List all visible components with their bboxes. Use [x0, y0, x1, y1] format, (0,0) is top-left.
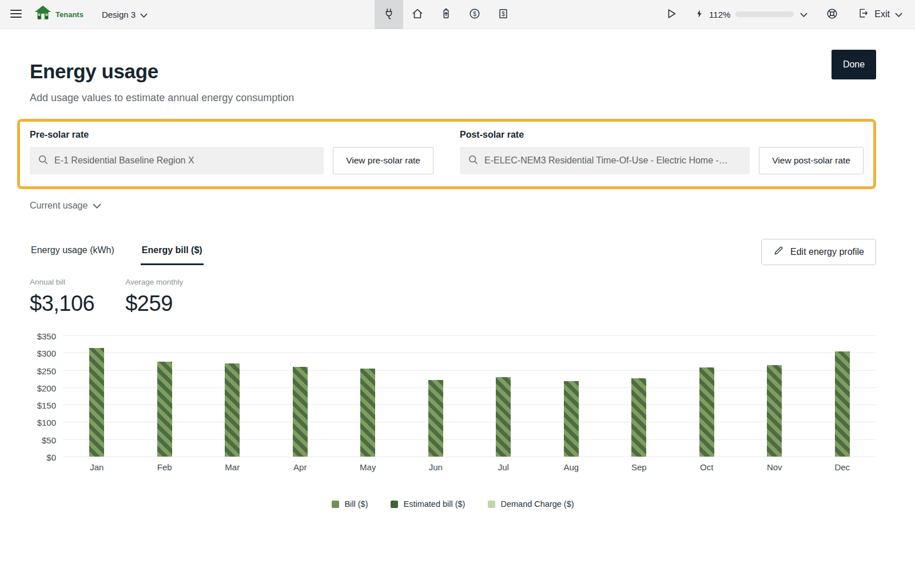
legend-swatch: [391, 501, 398, 508]
chart-x-tick: May: [334, 462, 402, 472]
tab-energy-bill[interactable]: Energy bill ($): [141, 238, 204, 265]
dollar-document-icon: $: [497, 7, 510, 22]
page-title: Energy usage: [30, 60, 876, 83]
post-solar-rate-value: E-ELEC-NEM3 Residential Time-Of-Use - El…: [484, 155, 728, 166]
search-icon: [38, 154, 48, 167]
chart-y-tick: $150: [37, 401, 56, 410]
logo-label: Tenants: [55, 10, 83, 19]
chart-gridline: $300: [63, 353, 876, 353]
design-selector[interactable]: Design 3: [100, 6, 150, 23]
post-solar-rate-group: Post-solar rate E-ELEC-NEM3 Residential …: [460, 130, 864, 174]
design-label: Design 3: [102, 10, 136, 19]
chart-x-tick: Jan: [63, 462, 131, 472]
topbar-left: Tenants Design 3: [7, 5, 150, 24]
chart-bar-oct: [699, 367, 714, 457]
pencil-icon: [773, 245, 784, 258]
current-usage-toggle[interactable]: Current usage: [30, 198, 101, 213]
chart-bar-dec: [835, 351, 850, 457]
topbar: Tenants Design 3: [0, 0, 915, 29]
chart-x-tick: Nov: [741, 462, 809, 472]
chevron-down-icon: [895, 9, 902, 19]
chart-x-tick: Oct: [673, 462, 741, 472]
tab-energy-usage-kwh[interactable]: Energy usage (kWh): [30, 238, 116, 265]
chart-x-tick: Sep: [605, 462, 673, 472]
chart-y-tick: $50: [42, 435, 56, 445]
pre-solar-rate-value: E-1 Residential Baseline Region X: [54, 155, 194, 166]
nav-plug-button[interactable]: [375, 0, 403, 29]
chart-gridline: $0: [63, 457, 876, 457]
pre-solar-rate-row: E-1 Residential Baseline Region X View p…: [30, 147, 433, 174]
chart-x-labels: JanFebMarAprMayJunJulAugSepOctNovDec: [63, 462, 876, 472]
post-solar-rate-row: E-ELEC-NEM3 Residential Time-Of-Use - El…: [460, 147, 864, 174]
chevron-down-icon: [800, 10, 807, 19]
topbar-right: 112%: [662, 4, 905, 25]
nav-home-button[interactable]: [403, 0, 432, 29]
legend-item: Estimated bill ($): [391, 499, 465, 509]
legend-swatch: [488, 501, 495, 508]
chart-bar-may: [360, 369, 375, 457]
chart-gridline: $150: [63, 405, 876, 405]
edit-energy-profile-button[interactable]: Edit energy profile: [761, 239, 876, 265]
tabs-row: Energy usage (kWh) Energy bill ($) Edit …: [30, 238, 876, 265]
legend-label: Demand Charge ($): [500, 499, 574, 509]
chart-bar-nov: [767, 365, 782, 457]
lightning-bolt-icon: [695, 9, 704, 21]
average-monthly-label: Average monthly: [125, 278, 183, 286]
chart-bar-jun: [428, 380, 443, 457]
pre-solar-rate-label: Pre-solar rate: [30, 130, 433, 140]
system-charge-indicator: 112%: [695, 9, 809, 21]
legend-item: Bill ($): [332, 499, 368, 509]
annual-bill-stat: Annual bill $3,106: [30, 278, 94, 316]
chart-y-tick: $250: [37, 366, 56, 375]
legend-label: Estimated bill ($): [403, 499, 465, 509]
chart-bar-mar: [225, 363, 240, 457]
battery-icon: [440, 7, 452, 22]
hamburger-icon: [10, 9, 22, 20]
chart-bar-feb: [157, 362, 172, 457]
chart-x-tick: Aug: [538, 462, 606, 472]
post-solar-rate-label: Post-solar rate: [460, 130, 864, 140]
chart-y-tick: $0: [46, 453, 56, 462]
chart-x-tick: Feb: [131, 462, 199, 472]
chart-gridline: $250: [63, 370, 876, 371]
app-window: Tenants Design 3: [0, 0, 915, 509]
view-pre-solar-rate-button[interactable]: View pre-solar rate: [333, 147, 433, 174]
charge-dropdown-button[interactable]: [799, 9, 809, 20]
chart-bar-aug: [564, 381, 579, 457]
nav-rates-button[interactable]: $: [489, 0, 518, 29]
average-monthly-value: $259: [125, 291, 183, 316]
simulate-button[interactable]: [662, 4, 681, 25]
menu-button[interactable]: [7, 6, 25, 23]
lifebuoy-icon: [826, 7, 838, 22]
charge-progress-bar: [735, 11, 794, 17]
chart-x-tick: Jul: [470, 462, 538, 472]
chart-bar-apr: [293, 367, 308, 457]
support-button[interactable]: [822, 4, 842, 25]
chart-x-tick: Apr: [266, 462, 335, 472]
exit-button[interactable]: Exit: [856, 5, 905, 23]
chart-y-tick: $350: [37, 331, 56, 341]
rates-highlight-box: Pre-solar rate E-1 Residential Baseline …: [17, 119, 876, 189]
chart-y-tick: $300: [37, 349, 56, 358]
post-solar-rate-input[interactable]: E-ELEC-NEM3 Residential Time-Of-Use - El…: [460, 147, 750, 174]
chart-y-tick: $100: [37, 418, 56, 427]
chart-gridline: $50: [63, 439, 876, 440]
view-post-solar-rate-button[interactable]: View post-solar rate: [759, 147, 864, 174]
annual-bill-value: $3,106: [30, 291, 94, 316]
done-button[interactable]: Done: [832, 50, 876, 79]
legend-item: Demand Charge ($): [488, 499, 574, 509]
topbar-nav-icons: $ $: [375, 0, 518, 29]
search-icon: [468, 154, 478, 167]
nav-pricing-button[interactable]: $: [460, 0, 489, 29]
page-subtitle: Add usage values to estimate annual ener…: [30, 92, 876, 104]
pre-solar-rate-input[interactable]: E-1 Residential Baseline Region X: [30, 147, 324, 174]
pre-solar-rate-group: Pre-solar rate E-1 Residential Baseline …: [30, 130, 433, 174]
exit-door-icon: [858, 7, 869, 21]
plug-icon: [383, 7, 395, 22]
nav-battery-button[interactable]: [432, 0, 460, 29]
current-usage-label: Current usage: [30, 201, 87, 211]
dollar-circle-icon: $: [468, 7, 481, 22]
home-icon: [411, 7, 424, 22]
legend-swatch: [332, 501, 339, 508]
energy-bill-chart: $0$50$100$150$200$250$300$350 JanFebMarA…: [30, 335, 876, 509]
